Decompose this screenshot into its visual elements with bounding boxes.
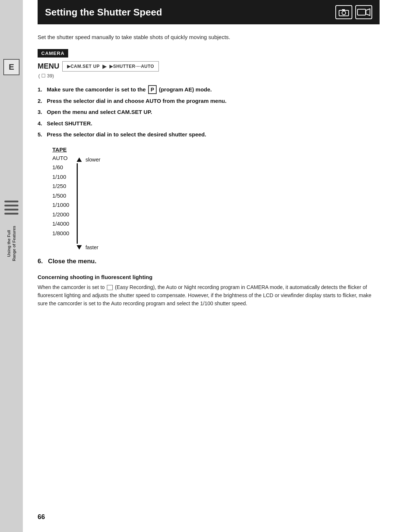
step-3: 3. Open the menu and select CAM.SET UP. [38,108,380,117]
page-number: 66 [23,513,45,521]
step-4-text: Select SHUTTER. [47,120,92,126]
tape-list: TAPE AUTO 1/60 1/100 1/250 1/500 1/1000 … [52,146,69,238]
step-6: 6. Close the menu. [38,258,380,265]
title-icons [335,5,372,19]
step-2-text: Press the selector dial in and choose AU… [47,98,227,104]
menu-item-2: ▶SHUTTER····AUTO [109,64,154,69]
slower-row: slower [77,157,100,163]
step-6-num: 6. [38,258,46,265]
slower-label: slower [85,157,100,163]
tape-8000: 1/8000 [52,229,69,238]
sidebar-line-3 [4,209,18,211]
faster-label: faster [85,244,98,250]
arrow-vertical-line [77,163,78,244]
arrow-section: slower faster [77,157,100,250]
step-5-text: Press the selector dial in to select the… [47,131,206,138]
tape-section: TAPE AUTO 1/60 1/100 1/250 1/500 1/1000 … [52,146,380,250]
menu-ref: ( ☐ 39) [38,73,380,79]
camcorder-icon-box [355,5,372,19]
svg-marker-4 [366,9,370,15]
menu-row: MENU ▶CAM.SET UP ▶ ▶SHUTTER····AUTO [38,61,380,72]
sidebar-e-badge: E [3,59,20,75]
sidebar-label: Using the Full Range of Features [0,214,23,273]
menu-arrow: ▶ [102,63,107,69]
menu-item-1: ▶CAM.SET UP [67,64,100,69]
note-heading: Concerning shooting in fluorescent light… [38,274,380,280]
step-2-num: 2. [38,98,45,104]
arrow-down-icon [77,245,82,250]
step-1-text: Make sure the camcorder is set to the [47,86,146,93]
tape-60: 1/60 [52,163,69,172]
tape-4000: 1/4000 [52,219,69,229]
intro-text: Set the shutter speed manually to take s… [38,33,380,42]
note-text: When the camcorder is set to (Easy Recor… [38,283,380,308]
step-5-num: 5. [38,131,45,138]
tape-2000: 1/2000 [52,210,69,219]
sidebar-label-text: Using the Full Range of Features [6,226,17,261]
step-3-text: Open the menu and select CAM.SET UP. [47,109,152,115]
arrow-up-container [77,157,82,162]
arrow-up-icon [77,157,82,162]
menu-section: MENU ▶CAM.SET UP ▶ ▶SHUTTER····AUTO ( ☐ … [38,61,380,79]
camcorder-icon [357,7,370,17]
step-2: 2. Press the selector dial in and choose… [38,97,380,105]
sidebar-line-2 [4,205,18,206]
page: E Using the Full Range of Features Setti… [0,0,398,532]
arrow-line-container [77,163,78,244]
svg-point-1 [342,11,346,15]
sidebar-decoration [4,201,18,215]
tape-1000: 1/1000 [52,200,69,210]
camera-icon-box [335,5,352,19]
steps-list: 1. Make sure the camcorder is set to the… [38,85,380,139]
sidebar-line-1 [4,201,18,202]
step-4-num: 4. [38,120,45,126]
page-title: Setting the Shutter Speed [45,7,162,18]
main-content: Setting the Shutter Speed [23,0,398,330]
tape-100: 1/100 [52,172,69,182]
camera-badge: CAMERA [38,49,68,58]
svg-rect-2 [342,9,345,11]
svg-rect-3 [357,9,366,15]
step-6-text: Close the menu. [48,258,96,265]
step-1: 1. Make sure the camcorder is set to the… [38,85,380,94]
menu-label: MENU [38,62,59,70]
step-1-text2: (program AE) mode. [159,86,212,93]
tape-500: 1/500 [52,191,69,201]
menu-box: ▶CAM.SET UP ▶ ▶SHUTTER····AUTO [62,61,159,72]
camera-icon [338,8,349,17]
step-4: 4. Select SHUTTER. [38,119,380,128]
faster-row: faster [77,244,98,250]
tape-header: TAPE [52,146,69,153]
p-mode-box: P [148,85,157,94]
step-5: 5. Press the selector dial in to select … [38,131,380,139]
easy-rec-icon [107,285,113,290]
step-3-num: 3. [38,109,45,115]
note-section: Concerning shooting in fluorescent light… [38,274,380,308]
tape-250: 1/250 [52,181,69,191]
title-bar: Setting the Shutter Speed [38,0,380,24]
tape-auto: AUTO [52,153,69,163]
step-1-num: 1. [38,86,45,93]
